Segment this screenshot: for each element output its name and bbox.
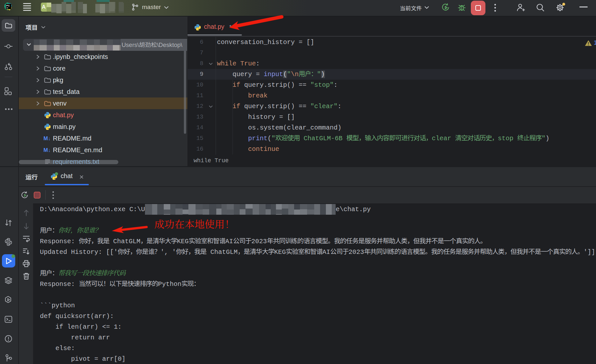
svg-text:PC: PC [6,4,10,7]
